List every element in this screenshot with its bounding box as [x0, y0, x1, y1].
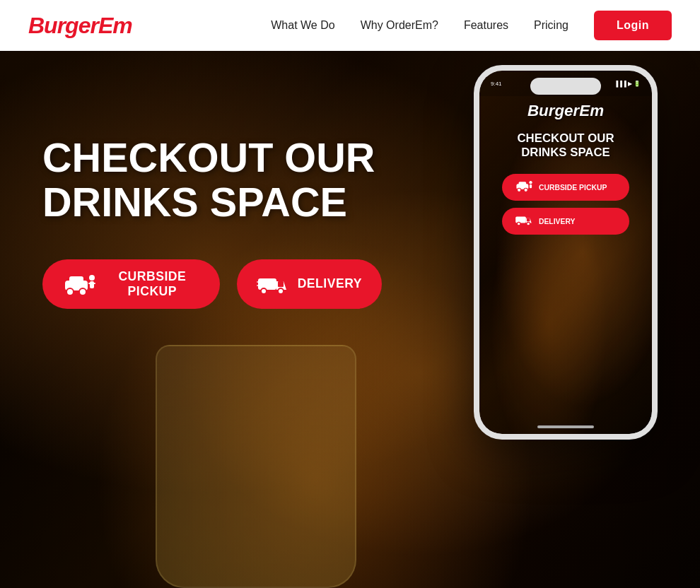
nav-item-why-orderem[interactable]: Why OrderEm? — [361, 19, 438, 32]
svg-rect-19 — [530, 184, 532, 188]
phone-notch — [530, 78, 601, 95]
svg-rect-1 — [69, 276, 83, 283]
hero-section: CHECKOUT OUR DRINKS SPACE — [0, 51, 700, 588]
phone-content: BurgerEm CHECKOUT OUR DRINKS SPACE — [479, 71, 652, 434]
svg-point-17 — [524, 188, 527, 192]
svg-rect-9 — [278, 281, 284, 287]
nav: What We Do Why OrderEm? Features Pricing… — [271, 11, 672, 40]
svg-rect-6 — [88, 283, 91, 284]
hero-content: CHECKOUT OUR DRINKS SPACE — [0, 51, 424, 309]
delivery-label: DELIVERY — [298, 276, 362, 291]
phone-curbside-icon — [515, 180, 533, 195]
svg-rect-7 — [93, 283, 95, 284]
logo[interactable]: BurgerEm — [28, 13, 132, 39]
svg-point-2 — [66, 288, 74, 295]
svg-point-22 — [517, 223, 520, 226]
svg-point-3 — [79, 288, 86, 295]
nav-item-pricing[interactable]: Pricing — [534, 19, 568, 32]
hero-buttons: CURBSIDE PICKUP DELIV — [42, 259, 382, 309]
nav-item-what-we-do[interactable]: What We Do — [271, 19, 334, 32]
svg-point-16 — [517, 188, 520, 192]
hero-title-line1: CHECKOUT OUR — [42, 135, 375, 180]
svg-point-10 — [261, 288, 267, 294]
phone-title-line1: CHECKOUT OUR — [517, 131, 614, 145]
delivery-icon — [257, 273, 289, 295]
phone-curbside-button[interactable]: CURBSIDE PICKUP — [502, 174, 629, 201]
phone-logo-part2: Em — [579, 102, 604, 119]
phone-mockup: 9:41 ▐▐▐ ▶ 🔋 BurgerEm CHECKOUT OUR DRINK… — [474, 65, 658, 440]
phone-hero-title: CHECKOUT OUR DRINKS SPACE — [517, 131, 614, 160]
phone-logo: BurgerEm — [527, 102, 604, 120]
svg-rect-20 — [515, 217, 526, 223]
svg-point-23 — [527, 223, 530, 226]
nav-item-features[interactable]: Features — [464, 19, 508, 32]
phone-logo-part1: Burger — [527, 102, 579, 119]
phone-title-line2: DRINKS SPACE — [521, 146, 610, 159]
svg-point-11 — [278, 288, 284, 294]
curbside-pickup-button[interactable]: CURBSIDE PICKUP — [42, 259, 220, 309]
login-button[interactable]: Login — [594, 11, 672, 40]
phone-signal: ▐▐▐ ▶ 🔋 — [614, 81, 641, 87]
curbside-icon — [62, 272, 96, 296]
phone-delivery-label: DELIVERY — [539, 218, 576, 225]
svg-rect-13 — [257, 285, 261, 286]
header: BurgerEm What We Do Why OrderEm? Feature… — [0, 0, 700, 51]
phone-curbside-label: CURBSIDE PICKUP — [539, 184, 607, 192]
phone-delivery-button[interactable]: DELIVERY — [502, 208, 629, 235]
svg-rect-15 — [518, 182, 526, 185]
svg-rect-8 — [258, 278, 276, 290]
svg-rect-12 — [257, 281, 262, 283]
phone-time: 9:41 — [491, 81, 502, 87]
curbside-pickup-label: CURBSIDE PICKUP — [105, 269, 200, 299]
hero-title-line2: DRINKS SPACE — [42, 180, 347, 225]
svg-rect-21 — [527, 218, 530, 222]
svg-point-18 — [529, 181, 532, 184]
phone-delivery-icon — [515, 213, 533, 229]
delivery-button[interactable]: DELIVERY — [237, 259, 382, 309]
hero-title: CHECKOUT OUR DRINKS SPACE — [42, 136, 382, 225]
svg-point-4 — [89, 275, 95, 281]
svg-rect-5 — [90, 281, 94, 288]
phone-home-indicator — [537, 425, 594, 428]
